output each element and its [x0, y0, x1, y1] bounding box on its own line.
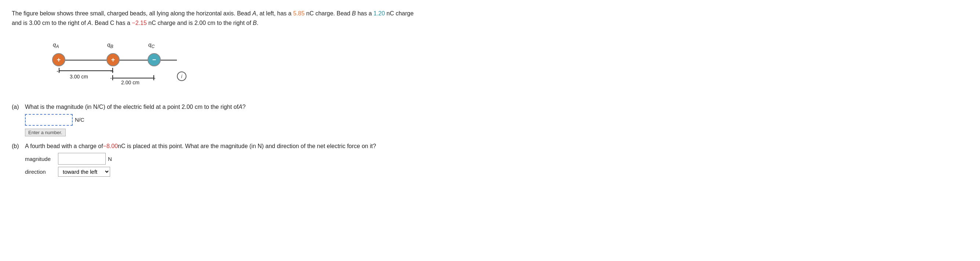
- charge-c-unit: nC charge and is 2.00 cm to the right of: [147, 20, 253, 26]
- intro-text-2: , at left, has a: [256, 10, 293, 16]
- bead-b-ref-2: A: [88, 20, 91, 26]
- arrow-bc-right: →: [151, 75, 156, 81]
- bead-a: +: [52, 53, 65, 66]
- bracket-ab: [59, 70, 113, 71]
- bracket-bc: [112, 78, 154, 78]
- field-magnitude-b[interactable]: [58, 153, 106, 165]
- charge-a-unit: nC charge. Bead: [305, 10, 352, 16]
- field-magnitude-a[interactable]: [25, 114, 73, 126]
- dist-bc-label: 2.00 cm: [121, 79, 140, 85]
- answer-a-row: N/C: [25, 114, 415, 126]
- question-b-row: (b) A fourth bead with a charge of −8.00…: [12, 141, 415, 151]
- qa-section: (a) What is the magnitude (in N/C) of th…: [12, 102, 415, 177]
- bead-c: −: [148, 53, 161, 66]
- question-a-text: What is the magnitude (in N/C) of the el…: [25, 102, 239, 112]
- hint-box-a: Enter a number.: [25, 129, 66, 136]
- intro-text-5: .: [257, 20, 258, 26]
- intro-text: The figure below shows three small, char…: [12, 10, 252, 16]
- bead-a-ref: A: [252, 10, 256, 16]
- unit-n: N: [108, 156, 112, 162]
- problem-statement: The figure below shows three small, char…: [12, 9, 415, 27]
- arrow-ab-right: →: [110, 68, 115, 74]
- question-b-text: A fourth bead with a charge of: [25, 141, 103, 151]
- info-icon[interactable]: i: [177, 71, 186, 81]
- question-a-ref: A: [239, 102, 243, 112]
- charge-d-highlight: −8.00: [103, 141, 118, 151]
- charge-b-highlight: 1.20: [373, 10, 385, 16]
- question-a-text2: ?: [242, 102, 245, 112]
- magnitude-label: magnitude: [25, 156, 58, 162]
- question-a-row: (a) What is the magnitude (in N/C) of th…: [12, 102, 415, 112]
- question-a-label: (a): [12, 102, 22, 112]
- bead-c-label: qC: [148, 41, 154, 49]
- dist-ab-label: 3.00 cm: [70, 74, 88, 79]
- diagram: qA qB qC + + − ← → 3.00 cm ← → 2.00 cm i: [45, 35, 192, 93]
- charge-c-highlight: −2.15: [132, 20, 146, 26]
- direction-row: direction toward the lefttoward the righ…: [25, 167, 415, 177]
- question-b-label: (b): [12, 141, 22, 151]
- magnitude-row: magnitude N: [25, 153, 415, 165]
- intro-text-4: . Bead C has a: [91, 20, 132, 26]
- bead-c-ref: B: [253, 20, 257, 26]
- bead-a-label: qA: [53, 41, 59, 49]
- intro-text-3: has a: [356, 10, 373, 16]
- bead-b-label: qB: [107, 41, 113, 49]
- arrow-ab-left: ←: [56, 68, 61, 74]
- direction-select[interactable]: toward the lefttoward the right: [58, 167, 110, 177]
- arrow-bc-left: ←: [110, 75, 115, 81]
- bead-b: +: [107, 53, 120, 66]
- bead-b-ref: B: [352, 10, 356, 16]
- charge-a-highlight: 5.85: [293, 10, 305, 16]
- unit-nc: N/C: [75, 117, 84, 123]
- question-b-charge-unit: nC is placed at this point. What are the…: [118, 141, 376, 151]
- direction-label: direction: [25, 169, 58, 175]
